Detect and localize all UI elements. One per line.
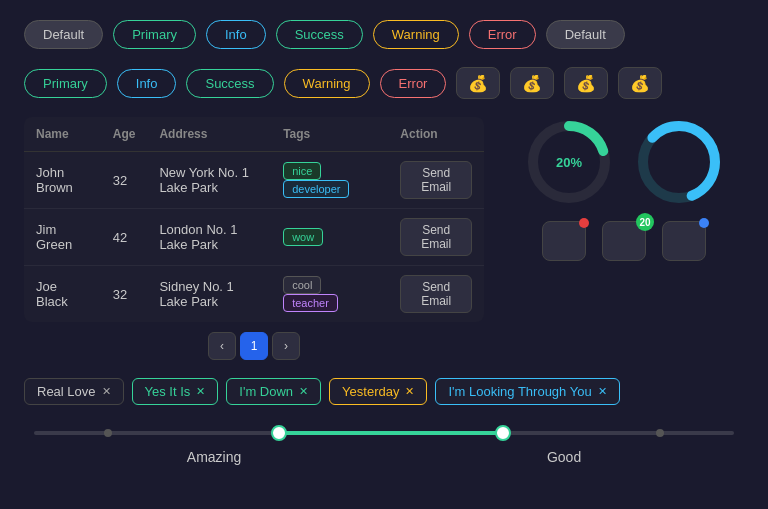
col-name: Name bbox=[24, 117, 101, 152]
page-1-btn[interactable]: 1 bbox=[240, 332, 268, 360]
table-row: John Brown 32 New York No. 1 Lake Park n… bbox=[24, 152, 484, 209]
cell-age: 32 bbox=[101, 152, 148, 209]
table-section: Name Age Address Tags Action John Brown … bbox=[24, 117, 484, 360]
slider-thumb-left[interactable] bbox=[271, 425, 287, 441]
badge-primary-1[interactable]: Primary bbox=[113, 20, 196, 49]
cell-name: Jim Green bbox=[24, 209, 101, 266]
tag-label: I'm Looking Through You bbox=[448, 384, 591, 399]
badge-icon-wrapper-3 bbox=[662, 221, 706, 261]
badge-default-1[interactable]: Default bbox=[24, 20, 103, 49]
badge-error-1[interactable]: Error bbox=[469, 20, 536, 49]
prev-page-btn[interactable]: ‹ bbox=[208, 332, 236, 360]
tag-teacher: teacher bbox=[283, 294, 338, 312]
tags-row: Real Love ✕ Yes It Is ✕ I'm Down ✕ Yeste… bbox=[24, 378, 744, 405]
badge-icon-wrapper-2: 20 bbox=[602, 221, 646, 261]
main-content: Name Age Address Tags Action John Brown … bbox=[24, 117, 744, 360]
slider-label-left: Amazing bbox=[187, 449, 241, 465]
badge-row-1: Default Primary Info Success Warning Err… bbox=[24, 20, 744, 49]
donut-chart-2 bbox=[634, 117, 724, 207]
donut-1-label: 20% bbox=[556, 155, 582, 170]
badge-icon-row: 20 bbox=[504, 221, 744, 261]
chart-section: 20% bbox=[504, 117, 744, 360]
tag-cool: cool bbox=[283, 276, 321, 294]
tag-item-im-down[interactable]: I'm Down ✕ bbox=[226, 378, 321, 405]
notification-badge-red bbox=[579, 218, 589, 228]
cell-name: Joe Black bbox=[24, 266, 101, 323]
badge-warning-2[interactable]: Warning bbox=[284, 69, 370, 98]
slider-fill bbox=[279, 431, 503, 435]
slider-dot-right bbox=[656, 429, 664, 437]
close-icon[interactable]: ✕ bbox=[196, 385, 205, 398]
pagination: ‹ 1 › bbox=[24, 332, 484, 360]
data-table: Name Age Address Tags Action John Brown … bbox=[24, 117, 484, 322]
cell-action: Send Email bbox=[388, 266, 484, 323]
tag-item-real-love[interactable]: Real Love ✕ bbox=[24, 378, 124, 405]
slider-labels: Amazing Good bbox=[34, 449, 734, 465]
cell-action: Send Email bbox=[388, 152, 484, 209]
cell-tags: nice developer bbox=[271, 152, 388, 209]
money-icon-2[interactable]: 💰 bbox=[510, 67, 554, 99]
slider-track bbox=[34, 431, 734, 435]
close-icon[interactable]: ✕ bbox=[102, 385, 111, 398]
tag-label: I'm Down bbox=[239, 384, 293, 399]
badge-warning-1[interactable]: Warning bbox=[373, 20, 459, 49]
col-tags: Tags bbox=[271, 117, 388, 152]
notification-badge-green: 20 bbox=[636, 213, 654, 231]
cell-tags: cool teacher bbox=[271, 266, 388, 323]
close-icon[interactable]: ✕ bbox=[405, 385, 414, 398]
tag-label: Yesterday bbox=[342, 384, 399, 399]
tag-item-yesterday[interactable]: Yesterday ✕ bbox=[329, 378, 427, 405]
send-email-btn-2[interactable]: Send Email bbox=[400, 218, 472, 256]
slider-dot-left bbox=[104, 429, 112, 437]
cell-name: John Brown bbox=[24, 152, 101, 209]
send-email-btn-1[interactable]: Send Email bbox=[400, 161, 472, 199]
slider-section: Amazing Good bbox=[24, 423, 744, 465]
badge-default-2[interactable]: Default bbox=[546, 20, 625, 49]
cell-address: New York No. 1 Lake Park bbox=[147, 152, 271, 209]
money-icon-4[interactable]: 💰 bbox=[618, 67, 662, 99]
badge-icon-wrapper-1 bbox=[542, 221, 586, 261]
badge-success-2[interactable]: Success bbox=[186, 69, 273, 98]
next-page-btn[interactable]: › bbox=[272, 332, 300, 360]
tag-nice: nice bbox=[283, 162, 321, 180]
money-icon-3[interactable]: 💰 bbox=[564, 67, 608, 99]
col-address: Address bbox=[147, 117, 271, 152]
table-row: Jim Green 42 London No. 1 Lake Park wow … bbox=[24, 209, 484, 266]
tag-label: Real Love bbox=[37, 384, 96, 399]
cell-age: 42 bbox=[101, 209, 148, 266]
badge-row-2: Primary Info Success Warning Error 💰 💰 💰… bbox=[24, 67, 744, 99]
tag-item-yes-it-is[interactable]: Yes It Is ✕ bbox=[132, 378, 219, 405]
close-icon[interactable]: ✕ bbox=[299, 385, 308, 398]
badge-info-2[interactable]: Info bbox=[117, 69, 177, 98]
badge-info-1[interactable]: Info bbox=[206, 20, 266, 49]
tag-developer: developer bbox=[283, 180, 349, 198]
cell-address: Sidney No. 1 Lake Park bbox=[147, 266, 271, 323]
notification-badge-blue bbox=[699, 218, 709, 228]
close-icon[interactable]: ✕ bbox=[598, 385, 607, 398]
slider-track-wrapper bbox=[34, 423, 734, 443]
tag-wow: wow bbox=[283, 228, 323, 246]
cell-age: 32 bbox=[101, 266, 148, 323]
badge-icon-box-3 bbox=[662, 221, 706, 261]
money-icon-1[interactable]: 💰 bbox=[456, 67, 500, 99]
col-age: Age bbox=[101, 117, 148, 152]
cell-address: London No. 1 Lake Park bbox=[147, 209, 271, 266]
badge-primary-2[interactable]: Primary bbox=[24, 69, 107, 98]
tag-item-looking-through[interactable]: I'm Looking Through You ✕ bbox=[435, 378, 619, 405]
cell-action: Send Email bbox=[388, 209, 484, 266]
table-row: Joe Black 32 Sidney No. 1 Lake Park cool… bbox=[24, 266, 484, 323]
slider-label-right: Good bbox=[547, 449, 581, 465]
badge-error-2[interactable]: Error bbox=[380, 69, 447, 98]
send-email-btn-3[interactable]: Send Email bbox=[400, 275, 472, 313]
slider-thumb-right[interactable] bbox=[495, 425, 511, 441]
badge-success-1[interactable]: Success bbox=[276, 20, 363, 49]
cell-tags: wow bbox=[271, 209, 388, 266]
donut-row: 20% bbox=[504, 117, 744, 207]
col-action: Action bbox=[388, 117, 484, 152]
tag-label: Yes It Is bbox=[145, 384, 191, 399]
badge-icon-box-1 bbox=[542, 221, 586, 261]
donut-chart-1: 20% bbox=[524, 117, 614, 207]
